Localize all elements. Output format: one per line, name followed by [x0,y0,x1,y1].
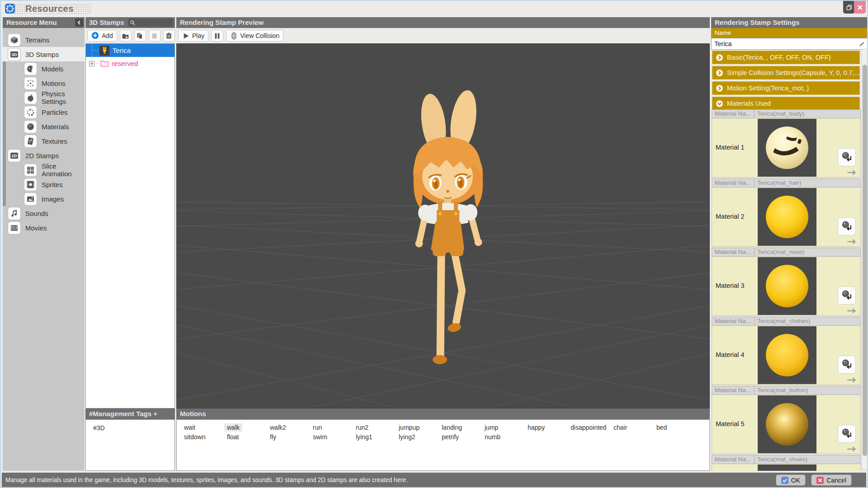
sidebar-item-sprites[interactable]: Sprites [3,177,85,192]
motion-item-wait[interactable]: wait [181,423,198,432]
motion-item-numb[interactable]: numb [482,433,503,441]
sidebar-item-motions[interactable]: Motions [3,76,85,90]
collapse-sidebar-button[interactable] [75,19,83,27]
stamps-add-button[interactable]: Add [87,30,117,42]
motion-item-swim[interactable]: swim [310,433,330,441]
sidebar-item-slice-animation[interactable]: Slice Animation [3,163,85,177]
sidebar-item-images[interactable]: Images [3,192,85,206]
stamp-name-input[interactable] [712,38,868,49]
preview-3d-viewport[interactable] [176,43,710,408]
material-assign-button[interactable] [838,148,856,166]
section-label: Materials Used [727,100,771,107]
tree-item-terica[interactable]: Terica [86,44,175,57]
section-basic[interactable]: Basic(Terica, , OFF, OFF, ON, OFF) [712,51,860,64]
tree-item-reserved[interactable]: reserved [86,57,175,70]
ok-button[interactable]: OK [776,474,806,486]
material-assign-button[interactable] [838,356,856,374]
preview-panel-title: Rendering Stamp Preview [180,19,264,26]
app-icon [5,3,15,14]
motion-item-lying1[interactable]: lying1 [353,433,375,441]
motion-item-float[interactable]: float [224,433,241,441]
preview-view-collision-button[interactable]: View Collision [226,30,283,42]
material-block-3: Material Na...Terica(mat_nose)Material 3 [712,248,861,316]
character-model-terica [399,89,499,369]
sidebar-item-textures[interactable]: Textures [3,134,85,148]
sidebar-item-label: 2D Stamps [25,152,59,160]
motion-item-lying2[interactable]: lying2 [396,433,418,441]
search-icon [130,20,136,26]
stamps-copy-button[interactable] [134,30,146,42]
preview-panel: Rendering Stamp Preview PlayView Collisi… [176,17,710,471]
material-assign-button[interactable] [838,425,856,443]
settings-scrollbar[interactable] [862,49,868,470]
sidebar-item-models[interactable]: Models [3,61,85,76]
motion-item-chair[interactable]: chair [611,423,630,432]
pause-icon [213,32,221,40]
scrollbar-thumb[interactable] [863,65,867,456]
section-motion-setting[interactable]: Motion Setting(Terica_mot, ) [712,81,860,95]
title-texture: Resources [14,4,91,14]
material-name-value: Terica(mat_body) [755,110,860,118]
sidebar-item-label: Movies [25,224,47,232]
preview-pause-button[interactable] [211,30,223,42]
restore-window-button[interactable] [843,1,855,14]
cancel-button[interactable]: Cancel [811,474,852,486]
motion-item-petrify[interactable]: petrify [439,433,462,441]
motion-item-jump[interactable]: jump [482,423,501,432]
sidebar-item-physics-settings[interactable]: Physics Settings [3,90,85,105]
textures-icon [24,135,37,147]
terrains-icon [8,34,20,46]
stamps-search-input[interactable] [128,19,173,27]
material-preview [758,395,816,453]
material-assign-button[interactable] [838,217,856,235]
motion-item-walk2[interactable]: walk2 [267,423,289,432]
sidebar-item-materials[interactable]: Materials [3,119,85,134]
particles-icon [24,106,37,118]
section-materials-used[interactable]: Materials Used [712,97,860,110]
arrow-right-icon[interactable] [847,308,857,314]
collision-icon [230,32,238,40]
arrow-right-icon[interactable] [847,377,857,383]
sidebar-item-label: Sprites [42,181,63,188]
arrow-right-icon[interactable] [847,169,857,176]
sidebar-item-sounds[interactable]: Sounds [3,206,85,221]
section-simple-collision-settings[interactable]: Simple Collision Settings(Capsule, Y, 0,… [712,66,860,80]
material-block-5: Material Na...Terica(mat_button)Material… [712,386,861,454]
motion-item-disappointed[interactable]: disappointed [568,423,609,432]
settings-panel-title: Rendering Stamp Settings [715,19,800,26]
sidebar-item-3d-stamps[interactable]: 3D3D Stamps [3,47,85,61]
motion-item-fly[interactable]: fly [267,433,279,441]
motion-item-run[interactable]: run [310,423,325,432]
settings-sections: Basic(Terica, , OFF, OFF, ON, OFF)Simple… [712,51,860,112]
arrow-right-icon[interactable] [847,239,857,245]
close-window-button[interactable] [854,1,866,14]
stamps-paste-button[interactable] [149,30,160,42]
section-label: Simple Collision Settings(Capsule, Y, 0,… [727,69,860,76]
tags-notes-area[interactable]: #3D [85,419,175,471]
sidebar-item-terrains[interactable]: Terrains [3,33,85,47]
sidebar-item-particles[interactable]: Particles [3,105,85,119]
material-preview [758,119,816,177]
motion-item-happy[interactable]: happy [525,423,547,432]
material-row: Material 5 [712,395,861,454]
stamps-new-folder-button[interactable] [120,30,132,42]
motion-item-landing[interactable]: landing [439,423,465,432]
materials-icon [24,121,37,133]
motion-item-run2[interactable]: run2 [353,423,371,432]
window-title: Resources [25,4,74,14]
arrow-right-icon[interactable] [847,446,857,452]
stamps-trash-button[interactable] [163,30,175,42]
preview-play-button[interactable]: Play [178,30,208,42]
edit-pencil-icon[interactable] [859,41,865,47]
copy-icon [136,32,144,40]
sidebar-item-2d-stamps[interactable]: 2D2D Stamps [3,148,85,163]
motion-item-bed[interactable]: bed [654,423,670,432]
titlebar: Resources [1,1,867,16]
material-assign-button[interactable] [838,286,856,305]
sidebar-item-movies[interactable]: Movies [3,221,85,235]
motion-item-sitdown[interactable]: sitdown [181,433,208,441]
motion-item-walk[interactable]: walk [224,423,242,432]
motion-item-jumpup[interactable]: jumpup [396,423,422,432]
status-bar: Manage all materials used in the game, i… [2,473,866,487]
sidebar-item-label: Motions [42,80,66,87]
